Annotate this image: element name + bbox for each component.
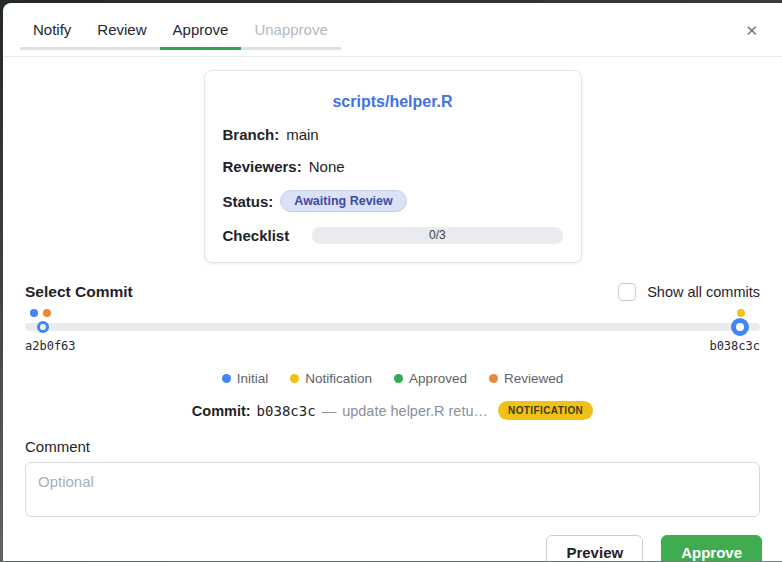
status-row: Status: Awaiting Review <box>223 190 563 212</box>
slider-tick <box>37 321 49 333</box>
legend-label: Initial <box>237 371 269 386</box>
commit-label: Commit: <box>192 403 251 419</box>
legend-dot <box>489 374 498 383</box>
status-label: Status: <box>223 193 274 210</box>
branch-row: Branch: main <box>223 126 563 143</box>
notification-commit-dot <box>737 309 745 317</box>
comment-label: Comment <box>25 438 760 455</box>
branch-label: Branch: <box>223 126 280 143</box>
selected-commit-hash: b038c3c <box>257 403 316 419</box>
file-summary-card: scripts/helper.R Branch: main Reviewers:… <box>204 70 582 263</box>
reviewed-commit-dot <box>43 309 51 317</box>
commit-slider: a2b0f63 b038c3c <box>25 309 760 369</box>
approve-button[interactable]: Approve <box>661 535 762 561</box>
legend-label: Approved <box>409 371 467 386</box>
commit-separator: — <box>322 403 337 419</box>
legend-item-notification: Notification <box>290 371 372 386</box>
notification-badge: NOTIFICATION <box>498 401 593 420</box>
checklist-label: Checklist <box>223 227 290 244</box>
initial-commit-dot <box>30 309 38 317</box>
window-edge: Notify Review Approve Unapprove ✕ script… <box>0 0 782 562</box>
legend-item-approved: Approved <box>394 371 467 386</box>
tab-unapprove[interactable]: Unapprove <box>241 15 340 50</box>
legend-label: Reviewed <box>504 371 563 386</box>
close-icon[interactable]: ✕ <box>745 23 758 38</box>
comment-input[interactable] <box>25 462 760 517</box>
approval-dialog: Notify Review Approve Unapprove ✕ script… <box>3 3 782 561</box>
show-all-commits-label: Show all commits <box>647 284 760 300</box>
tab-bar: Notify Review Approve Unapprove <box>20 15 341 50</box>
slider-track[interactable] <box>25 323 760 331</box>
reviewers-value: None <box>309 158 345 175</box>
dialog-actions: Preview Approve <box>3 535 782 561</box>
dialog-header: Notify Review Approve Unapprove ✕ <box>3 3 782 57</box>
checklist-progress-bar: 0/3 <box>312 227 562 244</box>
legend-dot <box>222 374 231 383</box>
slider-markers <box>25 309 760 317</box>
status-badge: Awaiting Review <box>280 190 406 212</box>
select-commit-heading: Select Commit <box>25 283 133 301</box>
checkbox-box[interactable] <box>618 283 636 301</box>
legend-label: Notification <box>305 371 372 386</box>
commit-message: update helper.R retu… <box>342 403 488 419</box>
tab-approve[interactable]: Approve <box>160 15 242 50</box>
select-commit-section: Select Commit Show all commits a2b0f63 b… <box>3 283 782 420</box>
selected-commit-line: Commit: b038c3c — update helper.R retu… … <box>25 401 760 420</box>
show-all-commits-checkbox[interactable]: Show all commits <box>618 283 760 301</box>
comment-section: Comment <box>3 438 782 521</box>
checklist-row: Checklist 0/3 <box>223 227 563 244</box>
tab-review[interactable]: Review <box>84 15 159 50</box>
legend-item-reviewed: Reviewed <box>489 371 563 386</box>
file-title: scripts/helper.R <box>223 93 563 111</box>
reviewers-label: Reviewers: <box>223 158 302 175</box>
slider-thumb[interactable] <box>731 318 749 336</box>
end-commit-hash: b038c3c <box>709 339 760 353</box>
legend-item-initial: Initial <box>222 371 269 386</box>
commit-type-legend: Initial Notification Approved Reviewed <box>25 371 760 386</box>
legend-dot <box>394 374 403 383</box>
branch-value: main <box>286 126 319 143</box>
legend-dot <box>290 374 299 383</box>
preview-button[interactable]: Preview <box>546 535 643 561</box>
start-commit-hash: a2b0f63 <box>25 339 76 353</box>
tab-notify[interactable]: Notify <box>20 15 84 50</box>
reviewers-row: Reviewers: None <box>223 158 563 175</box>
